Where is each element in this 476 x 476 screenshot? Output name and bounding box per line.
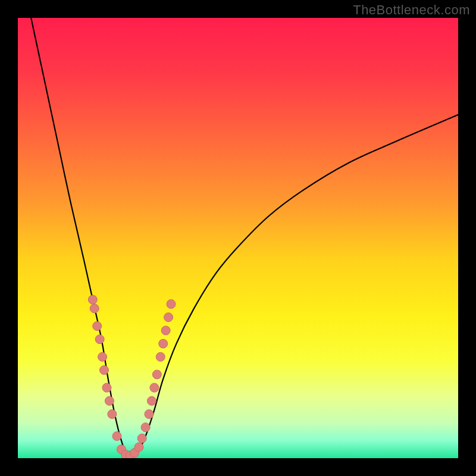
plot-area	[18, 18, 458, 458]
gradient-background	[18, 18, 458, 458]
chart-frame: TheBottleneck.com	[0, 0, 476, 476]
svg-rect-0	[18, 18, 458, 458]
watermark-text: TheBottleneck.com	[353, 2, 470, 18]
